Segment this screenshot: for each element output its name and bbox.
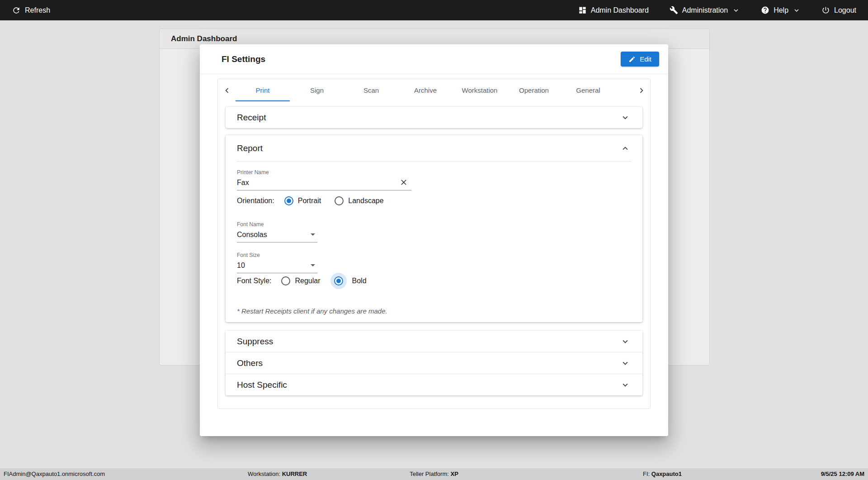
expand-less-icon <box>620 143 630 153</box>
divider <box>237 161 631 162</box>
radio-bold[interactable]: Bold <box>334 276 367 285</box>
radio-button-checked[interactable] <box>334 276 343 285</box>
font-name-label: Font Name <box>237 221 317 228</box>
status-fi: FI: Qaxpauto1 <box>643 468 682 480</box>
settings-tabs-container: Print Sign Scan Archive Workstation Oper… <box>217 79 651 409</box>
edit-button[interactable]: Edit <box>621 52 659 67</box>
help-menu[interactable]: Help <box>761 6 801 14</box>
dropdown-arrow-icon[interactable] <box>307 229 318 240</box>
pencil-icon <box>628 56 636 63</box>
platform-label: Teller Platform: <box>410 470 449 477</box>
power-icon <box>821 6 830 14</box>
accordion-host-specific-header[interactable]: Host Specific <box>226 374 642 395</box>
fi-value: Qaxpauto1 <box>651 470 682 477</box>
tab-workstation[interactable]: Workstation <box>453 79 507 101</box>
landscape-label: Landscape <box>348 197 383 205</box>
chevron-right-icon <box>637 86 646 95</box>
fi-label: FI: <box>643 470 650 477</box>
orientation-radio-group: Orientation: Portrait Landscape <box>237 196 397 205</box>
status-bar: FIAdmin@Qaxpauto1.onmicrosoft.com Workst… <box>0 468 868 480</box>
refresh-button[interactable]: Refresh <box>12 6 50 15</box>
font-style-radio-group: Font Style: Regular Bold <box>237 276 380 285</box>
accordion-host-specific: Host Specific <box>226 374 642 395</box>
printer-name-field: Printer Name Fax <box>237 169 411 190</box>
collapsed-accordion-group: Suppress Others <box>226 331 642 395</box>
status-datetime: 9/5/25 12:09 AM <box>821 468 864 480</box>
font-name-value: Consolas <box>237 231 267 238</box>
dialog-title: FI Settings <box>222 54 265 64</box>
workstation-label: Workstation: <box>248 470 280 477</box>
accordion-report-header[interactable]: Report <box>226 135 642 161</box>
workstation-value: KURRER <box>282 470 307 477</box>
accordion-report: Report Printer Name Fax <box>226 135 642 322</box>
tabs-scroll-right-button[interactable] <box>634 79 649 101</box>
logout-label: Logout <box>834 6 856 14</box>
accordion-others-header[interactable]: Others <box>226 352 642 374</box>
refresh-label: Refresh <box>25 6 50 14</box>
bold-label: Bold <box>352 277 367 285</box>
tab-archive[interactable]: Archive <box>398 79 453 101</box>
radio-button-unchecked[interactable] <box>335 196 344 205</box>
edit-button-label: Edit <box>640 55 651 63</box>
font-size-label: Font Size <box>237 252 317 258</box>
top-navigation-bar: Refresh Admin Dashboard Administration H… <box>0 0 868 20</box>
font-size-value: 10 <box>237 261 245 269</box>
printer-name-input[interactable]: Fax <box>237 179 249 186</box>
radio-button-checked[interactable] <box>284 196 293 205</box>
tab-bar: Print Sign Scan Archive Workstation Oper… <box>218 79 650 101</box>
accordion-receipt-header[interactable]: Receipt <box>226 107 642 128</box>
orientation-label: Orientation: <box>237 197 274 205</box>
chevron-down-icon <box>732 6 740 14</box>
expand-more-icon <box>620 380 630 390</box>
tabs-scroll-left-button[interactable] <box>218 79 236 101</box>
expand-more-icon <box>620 358 630 368</box>
dashboard-icon <box>578 6 587 14</box>
clear-icon[interactable] <box>399 178 409 188</box>
tab-strip: Print Sign Scan Archive Workstation Oper… <box>236 79 637 101</box>
status-platform: Teller Platform: XP <box>410 468 458 480</box>
accordion-receipt: Receipt <box>226 107 642 128</box>
panel-title: Admin Dashboard <box>171 34 237 43</box>
expand-more-icon <box>620 113 630 123</box>
portrait-label: Portrait <box>298 197 321 205</box>
regular-label: Regular <box>295 277 320 285</box>
tab-sign[interactable]: Sign <box>290 79 344 101</box>
logout-button[interactable]: Logout <box>821 6 856 14</box>
radio-focus-halo <box>330 273 347 289</box>
accordion-report-title: Report <box>237 143 263 153</box>
tab-general[interactable]: General <box>561 79 615 101</box>
font-name-select[interactable]: Font Name Consolas <box>237 221 317 242</box>
administration-label: Administration <box>682 6 728 14</box>
refresh-icon <box>12 6 21 15</box>
tab-scan[interactable]: Scan <box>344 79 398 101</box>
accordion-others-title: Others <box>237 358 263 368</box>
radio-regular[interactable]: Regular <box>281 276 320 285</box>
restart-note: * Restart Receipts client if any changes… <box>237 307 387 315</box>
accordion-suppress-header[interactable]: Suppress <box>226 331 642 352</box>
dialog-header: FI Settings Edit <box>200 44 668 74</box>
help-icon <box>761 6 769 14</box>
wrench-icon <box>670 6 678 14</box>
fi-settings-dialog: FI Settings Edit Print Sign Scan Archive… <box>200 44 668 436</box>
accordion-receipt-title: Receipt <box>237 113 266 123</box>
status-user: FIAdmin@Qaxpauto1.onmicrosoft.com <box>4 468 105 480</box>
expand-more-icon <box>620 337 630 347</box>
font-size-select[interactable]: Font Size 10 <box>237 252 317 273</box>
accordion-others: Others <box>226 352 642 374</box>
font-style-label: Font Style: <box>237 277 271 285</box>
status-workstation: Workstation: KURRER <box>248 468 307 480</box>
help-label: Help <box>774 6 788 14</box>
dropdown-arrow-icon[interactable] <box>307 260 318 271</box>
radio-button-unchecked[interactable] <box>281 276 290 285</box>
radio-portrait[interactable]: Portrait <box>284 196 321 205</box>
printer-name-label: Printer Name <box>237 169 411 176</box>
tab-print[interactable]: Print <box>236 79 290 101</box>
accordion-host-specific-title: Host Specific <box>237 380 287 390</box>
administration-menu[interactable]: Administration <box>670 6 740 14</box>
admin-dashboard-label: Admin Dashboard <box>591 6 649 14</box>
radio-landscape[interactable]: Landscape <box>335 196 383 205</box>
accordion-suppress: Suppress <box>226 331 642 352</box>
tab-operation[interactable]: Operation <box>507 79 561 101</box>
admin-dashboard-nav[interactable]: Admin Dashboard <box>578 6 649 14</box>
chevron-left-icon <box>222 86 232 95</box>
